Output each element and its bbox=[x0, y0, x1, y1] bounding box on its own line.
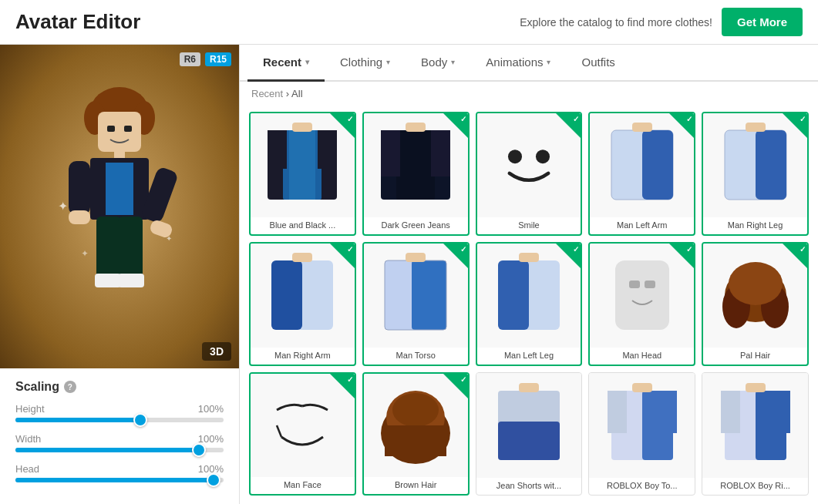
svg-rect-31 bbox=[406, 123, 426, 132]
breadcrumb-current: All bbox=[291, 88, 302, 99]
item-thumb-15 bbox=[702, 373, 808, 479]
scaling-info-icon[interactable]: ? bbox=[64, 381, 76, 393]
svg-rect-37 bbox=[632, 123, 652, 132]
tab-animations[interactable]: Animations ▾ bbox=[470, 45, 566, 82]
get-more-button[interactable]: Get More bbox=[722, 8, 803, 36]
height-slider-row: Height 100% bbox=[15, 403, 224, 422]
item-card-2[interactable]: ✓Dark Green Jeans bbox=[362, 112, 470, 236]
item-label-6: Man Right Arm bbox=[251, 348, 355, 365]
scaling-title: Scaling ? bbox=[15, 380, 224, 394]
svg-rect-70 bbox=[658, 391, 677, 433]
item-thumb-2: ✓ bbox=[364, 113, 468, 217]
svg-rect-5 bbox=[107, 126, 115, 132]
height-value: 100% bbox=[198, 403, 224, 415]
item-card-4[interactable]: ✓Man Left Arm bbox=[588, 112, 695, 236]
item-thumb-9: ✓ bbox=[590, 244, 694, 348]
item-card-15[interactable]: ROBLOX Boy Ri... bbox=[702, 372, 809, 496]
tab-body[interactable]: Body ▾ bbox=[406, 45, 470, 82]
item-label-10: Pal Hair bbox=[703, 348, 807, 365]
equipped-check-12: ✓ bbox=[460, 375, 466, 384]
item-card-14[interactable]: ROBLOX Boy To... bbox=[588, 372, 695, 496]
svg-rect-51 bbox=[519, 253, 539, 262]
tab-clothing[interactable]: Clothing ▾ bbox=[325, 45, 406, 82]
equipped-check-8: ✓ bbox=[573, 245, 579, 254]
item-label-9: Man Head bbox=[590, 348, 694, 365]
equipped-check-5: ✓ bbox=[799, 115, 806, 123]
equipped-check-7: ✓ bbox=[460, 245, 466, 254]
clothing-chevron-icon: ▾ bbox=[386, 58, 390, 66]
svg-point-62 bbox=[392, 393, 439, 427]
right-panel: Recent ▾ Clothing ▾ Body ▾ Animations ▾ … bbox=[239, 45, 818, 504]
svg-rect-24 bbox=[268, 130, 287, 169]
item-thumb-7: ✓ bbox=[364, 244, 468, 348]
tab-recent[interactable]: Recent ▾ bbox=[247, 45, 325, 82]
item-label-1: Blue and Black ... bbox=[251, 217, 355, 234]
height-fill bbox=[15, 418, 140, 422]
item-label-11: Man Face bbox=[251, 477, 355, 494]
svg-rect-50 bbox=[498, 260, 529, 330]
svg-point-32 bbox=[508, 150, 522, 164]
svg-rect-46 bbox=[412, 260, 446, 330]
svg-rect-11 bbox=[69, 210, 90, 224]
item-label-7: Man Torso bbox=[364, 348, 468, 365]
equipped-check-11: ✓ bbox=[347, 375, 353, 384]
svg-rect-17 bbox=[118, 274, 144, 287]
svg-rect-4 bbox=[98, 112, 141, 152]
width-thumb[interactable] bbox=[192, 443, 206, 457]
breadcrumb: Recent › All bbox=[240, 82, 818, 106]
width-fill bbox=[15, 448, 199, 452]
width-slider-row: Width 100% bbox=[15, 433, 224, 452]
svg-text:✦: ✦ bbox=[166, 234, 172, 243]
item-card-3[interactable]: ✓Smile bbox=[476, 112, 583, 236]
svg-rect-63 bbox=[385, 425, 446, 456]
item-card-12[interactable]: ✓Brown Hair bbox=[362, 372, 470, 496]
svg-rect-23 bbox=[289, 130, 315, 200]
body-chevron-icon: ▾ bbox=[451, 58, 455, 66]
item-label-12: Brown Hair bbox=[364, 477, 468, 494]
app-title: Avatar Editor bbox=[15, 10, 140, 34]
item-thumb-4: ✓ bbox=[590, 113, 694, 217]
tab-outfits[interactable]: Outfits bbox=[566, 45, 630, 82]
svg-rect-76 bbox=[746, 383, 766, 392]
avatar-3d-label: 3D bbox=[202, 342, 231, 361]
item-card-10[interactable]: ✓Pal Hair bbox=[702, 242, 809, 366]
item-card-8[interactable]: ✓Man Left Leg bbox=[476, 242, 583, 366]
item-label-8: Man Left Leg bbox=[477, 348, 581, 365]
item-card-6[interactable]: ✓Man Right Arm bbox=[249, 242, 356, 366]
svg-rect-40 bbox=[756, 130, 786, 200]
height-thumb[interactable] bbox=[133, 413, 147, 427]
avatar-preview: R6 R15 bbox=[0, 45, 239, 368]
svg-rect-28 bbox=[396, 130, 435, 200]
header-right: Explore the catalog to find more clothes… bbox=[520, 8, 803, 36]
head-fill bbox=[15, 478, 214, 482]
equipped-check-3: ✓ bbox=[573, 115, 579, 123]
item-card-11[interactable]: ✓Man Face bbox=[249, 372, 356, 496]
item-card-1[interactable]: ✓Blue and Black ... bbox=[249, 112, 356, 236]
svg-text:✦: ✦ bbox=[81, 248, 89, 259]
svg-rect-26 bbox=[292, 123, 312, 132]
head-thumb[interactable] bbox=[207, 473, 220, 487]
item-card-7[interactable]: ✓Man Torso bbox=[362, 242, 470, 366]
equipped-check-2: ✓ bbox=[460, 115, 466, 123]
equipped-check-4: ✓ bbox=[686, 115, 692, 123]
item-thumb-1: ✓ bbox=[251, 113, 355, 217]
svg-rect-41 bbox=[746, 123, 766, 132]
item-thumb-13 bbox=[476, 373, 582, 479]
r15-badge[interactable]: R15 bbox=[205, 52, 231, 66]
item-card-5[interactable]: ✓Man Right Leg bbox=[702, 112, 809, 236]
head-label: Head bbox=[15, 463, 39, 475]
item-card-9[interactable]: ✓Man Head bbox=[588, 242, 695, 366]
svg-rect-44 bbox=[292, 253, 312, 262]
svg-rect-75 bbox=[771, 391, 790, 433]
breadcrumb-parent[interactable]: Recent bbox=[251, 88, 283, 99]
item-label-4: Man Left Arm bbox=[590, 217, 694, 234]
equipped-check-10: ✓ bbox=[799, 245, 806, 254]
svg-rect-74 bbox=[721, 391, 740, 433]
item-thumb-10: ✓ bbox=[703, 244, 807, 348]
item-card-13[interactable]: Jean Shorts wit... bbox=[476, 372, 583, 496]
r6-badge[interactable]: R6 bbox=[180, 52, 200, 66]
svg-rect-6 bbox=[124, 126, 132, 132]
header: Avatar Editor Explore the catalog to fin… bbox=[0, 0, 818, 45]
svg-rect-16 bbox=[95, 274, 121, 287]
item-label-14: ROBLOX Boy To... bbox=[589, 478, 695, 495]
